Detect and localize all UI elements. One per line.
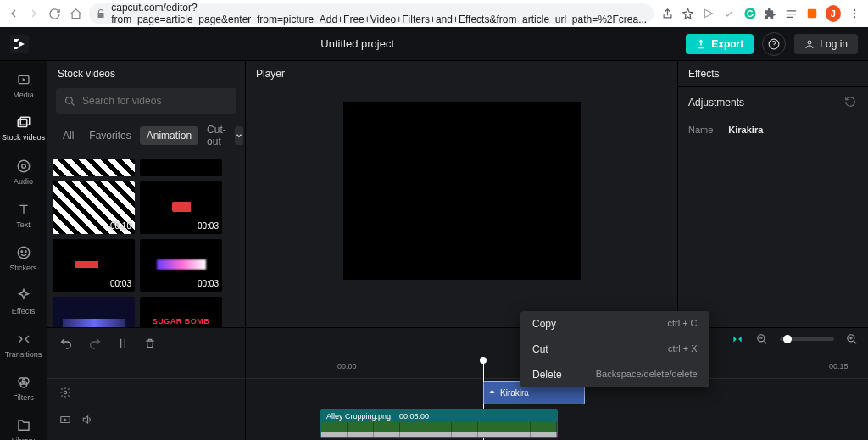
- fx-clip-icon: [487, 388, 497, 398]
- timeline-tools: [47, 328, 245, 359]
- svg-point-12: [21, 164, 25, 169]
- address-bar[interactable]: capcut.com/editor?from_page=article_page…: [89, 3, 654, 24]
- nav-filters[interactable]: Filters: [0, 372, 47, 404]
- nav-stock-videos[interactable]: Stock videos: [0, 113, 47, 144]
- svg-point-0: [744, 8, 755, 19]
- thumb-duration: 00:03: [110, 279, 131, 288]
- browser-chrome: capcut.com/editor?from_page=article_page…: [0, 0, 868, 27]
- ctx-cut-label: Cut: [532, 343, 548, 355]
- fx-clip-label: Kirakira: [500, 388, 529, 398]
- timeline-main[interactable]: 00:0 00:00 00:15 Kirakira Alley Cropping…: [246, 328, 868, 440]
- stock-tabs: All Favorites Animation Cut-out: [47, 120, 245, 156]
- reading-list-icon[interactable]: [784, 6, 798, 21]
- tab-animation[interactable]: Animation: [140, 126, 198, 145]
- ext-check-icon[interactable]: [722, 6, 736, 21]
- mute-icon[interactable]: [81, 414, 93, 426]
- nav-audio[interactable]: Audio: [0, 156, 47, 187]
- transitions-icon: [14, 331, 33, 348]
- nav-stickers[interactable]: Stickers: [0, 242, 47, 274]
- kebab-icon[interactable]: [848, 6, 861, 21]
- tabs-more[interactable]: [235, 126, 243, 145]
- nav-media[interactable]: Media: [0, 70, 47, 101]
- reload-icon[interactable]: [48, 6, 62, 21]
- adjustments-section: Adjustments: [678, 87, 868, 118]
- ext-grammarly-icon[interactable]: [743, 6, 756, 21]
- media-icon: [14, 71, 33, 88]
- svg-point-3: [854, 13, 855, 14]
- delete-button[interactable]: [144, 337, 156, 350]
- tab-cutout[interactable]: Cut-out: [200, 120, 233, 151]
- nav-effects[interactable]: Effects: [0, 286, 47, 317]
- ctx-delete-hint: Backspace/delete/delete: [596, 369, 698, 381]
- undo-button[interactable]: [59, 337, 73, 350]
- share-icon[interactable]: [660, 6, 674, 21]
- tab-favorites[interactable]: Favorites: [82, 126, 137, 145]
- zoom-slider[interactable]: [780, 337, 834, 341]
- help-icon: [768, 38, 780, 50]
- svg-rect-1: [807, 9, 816, 19]
- zoom-in-icon[interactable]: [846, 333, 858, 345]
- stock-thumb[interactable]: [140, 159, 222, 176]
- video-clip-frames: [321, 422, 557, 437]
- stock-thumb[interactable]: 00:10: [53, 181, 135, 234]
- login-user-icon: [804, 39, 815, 49]
- ctx-cut[interactable]: Cutctrl + X: [520, 337, 709, 362]
- stickers-icon: [14, 244, 33, 261]
- effect-name-key: Name: [688, 125, 713, 135]
- revert-icon[interactable]: [844, 96, 858, 109]
- ruler-mark: 00:00: [337, 362, 357, 370]
- stock-search-input[interactable]: [82, 95, 228, 107]
- capcut-logo[interactable]: [10, 35, 29, 53]
- extensions-icon[interactable]: [764, 6, 777, 21]
- help-button[interactable]: [762, 32, 786, 56]
- thumb-duration: 00:10: [110, 221, 131, 231]
- zoom-out-icon[interactable]: [756, 333, 768, 345]
- video-track[interactable]: Alley Cropping.png 00:05:00: [246, 409, 868, 435]
- nav-transitions[interactable]: Transitions: [0, 329, 47, 360]
- thumb-duration: 00:03: [198, 221, 219, 231]
- video-track-label: [47, 406, 245, 433]
- ext-square-icon[interactable]: [804, 6, 818, 21]
- profile-avatar[interactable]: J: [826, 5, 841, 22]
- split-button[interactable]: [117, 337, 129, 350]
- star-icon[interactable]: [681, 6, 694, 21]
- video-clip[interactable]: Alley Cropping.png 00:05:00: [320, 409, 558, 438]
- thumb-duration: 00:03: [198, 279, 219, 288]
- svg-rect-9: [18, 120, 27, 127]
- redo-button[interactable]: [88, 337, 102, 350]
- text-icon: [14, 201, 33, 218]
- stock-thumb[interactable]: [53, 159, 135, 176]
- video-track-icon[interactable]: [59, 414, 71, 426]
- effects-icon: [14, 287, 33, 304]
- nav-stickers-label: Stickers: [9, 264, 36, 272]
- stock-thumb[interactable]: 00:03: [140, 181, 222, 234]
- fit-timeline-icon[interactable]: [731, 333, 744, 345]
- ctx-delete[interactable]: DeleteBackspace/delete/delete: [520, 362, 709, 387]
- nav-library-label: Library: [12, 437, 36, 440]
- project-title[interactable]: Untitled project: [37, 37, 677, 50]
- svg-point-19: [66, 97, 73, 103]
- nav-library[interactable]: Library: [0, 415, 47, 440]
- ctx-copy[interactable]: Copyctrl + C: [520, 311, 709, 337]
- nav-text-label: Text: [16, 220, 31, 229]
- nav-back-icon[interactable]: [7, 6, 20, 21]
- nav-media-label: Media: [13, 91, 34, 99]
- ruler-mark: 00:15: [829, 362, 849, 370]
- player-canvas[interactable]: [343, 102, 581, 280]
- library-icon: [14, 417, 33, 434]
- home-icon[interactable]: [69, 6, 82, 21]
- login-button[interactable]: Log in: [794, 34, 858, 54]
- stock-thumb[interactable]: 00:03: [140, 239, 222, 292]
- stock-icon: [14, 114, 33, 131]
- adjustments-label: Adjustments: [688, 97, 744, 109]
- tab-all[interactable]: All: [56, 126, 81, 145]
- effect-name-value: Kirakira: [728, 125, 763, 135]
- fx-gear-icon[interactable]: [59, 387, 71, 398]
- ext-caret-icon[interactable]: [702, 6, 715, 21]
- stock-search[interactable]: [56, 88, 236, 114]
- export-button[interactable]: Export: [686, 34, 754, 54]
- nav-text[interactable]: Text: [0, 199, 47, 231]
- export-icon: [696, 39, 706, 49]
- stock-thumb[interactable]: 00:03: [53, 239, 135, 292]
- nav-forward-icon[interactable]: [27, 6, 41, 21]
